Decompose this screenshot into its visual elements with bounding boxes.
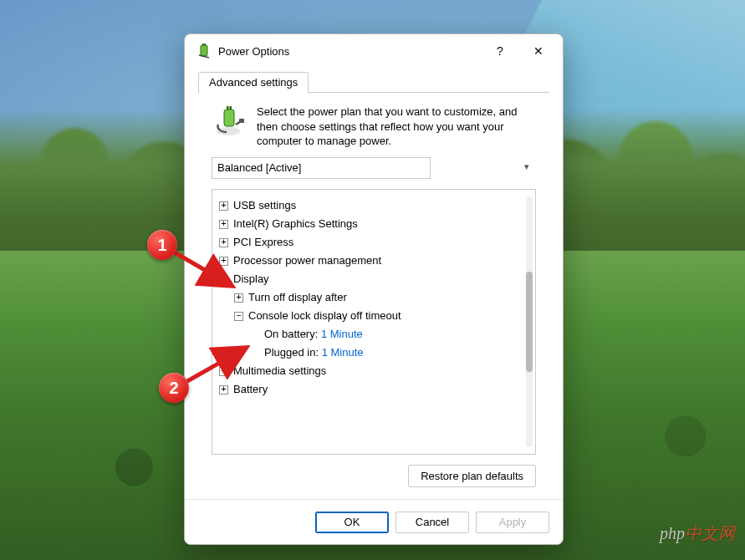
on-battery-label: On battery:: [264, 328, 321, 340]
settings-tree-box: USB settings Intel(R) Graphics Settings …: [212, 189, 536, 455]
tree-scrollbar-thumb[interactable]: [526, 272, 533, 372]
plugged-in-value[interactable]: 1 Minute: [322, 346, 364, 359]
close-button[interactable]: ✕: [519, 38, 558, 64]
annotation-callout-1: 1: [147, 230, 177, 260]
tree-node-battery[interactable]: Battery: [219, 380, 532, 399]
window-title: Power Options: [218, 45, 481, 58]
intro-row: Select the power plan that you want to c…: [212, 104, 536, 149]
annotation-callout-2: 2: [159, 373, 189, 403]
titlebar: Power Options ? ✕: [185, 34, 563, 68]
power-options-dialog: Power Options ? ✕ Advanced settings: [184, 33, 564, 545]
svg-rect-1: [202, 43, 204, 45]
tab-advanced-settings[interactable]: Advanced settings: [198, 72, 309, 94]
tree-node-intel-graphics[interactable]: Intel(R) Graphics Settings: [219, 215, 532, 233]
annotation-arrow-1: [167, 247, 236, 294]
tree-node-pci-express[interactable]: PCI Express: [219, 233, 532, 252]
power-plan-select[interactable]: Balanced [Active]: [212, 157, 431, 179]
restore-row: Restore plan defaults: [212, 465, 536, 487]
restore-defaults-button[interactable]: Restore plan defaults: [408, 465, 536, 487]
plugged-in-label: Plugged in:: [264, 346, 322, 359]
settings-tree: USB settings Intel(R) Graphics Settings …: [217, 196, 532, 399]
tree-node-multimedia[interactable]: Multimedia settings: [219, 362, 532, 380]
advanced-settings-panel: Select the power plan that you want to c…: [198, 93, 549, 499]
power-plan-select-wrap: Balanced [Active]: [212, 157, 536, 179]
tree-node-usb[interactable]: USB settings: [219, 196, 532, 215]
tree-node-console-lock-timeout[interactable]: Console lock display off timeout On batt…: [234, 307, 532, 362]
svg-rect-4: [224, 109, 234, 126]
dialog-footer: OK Cancel Apply: [185, 499, 563, 544]
expand-icon[interactable]: [219, 220, 228, 229]
tree-node-processor-power[interactable]: Processor power management: [219, 252, 532, 270]
tree-leaf-on-battery[interactable]: On battery: 1 Minute: [249, 325, 532, 344]
tree-node-turn-off-display[interactable]: Turn off display after: [234, 288, 532, 307]
cancel-button[interactable]: Cancel: [395, 512, 469, 533]
dialog-client-area: Advanced settings Select the power plan …: [185, 68, 563, 499]
svg-rect-5: [227, 106, 229, 109]
power-plan-icon: [212, 104, 245, 138]
apply-button[interactable]: Apply: [476, 512, 549, 533]
svg-rect-0: [201, 45, 207, 56]
tabstrip: Advanced settings: [198, 68, 549, 93]
expand-icon[interactable]: [219, 201, 228, 211]
power-options-icon: [196, 43, 212, 59]
tree-leaf-plugged-in[interactable]: Plugged in: 1 Minute: [249, 344, 532, 362]
watermark: php中文网: [660, 522, 735, 545]
svg-rect-2: [204, 43, 206, 45]
expand-icon[interactable]: [219, 238, 228, 247]
collapse-icon[interactable]: [234, 312, 243, 321]
expand-icon[interactable]: [234, 293, 243, 303]
ok-button[interactable]: OK: [315, 512, 389, 533]
annotation-arrow-2: [180, 344, 250, 389]
svg-rect-7: [239, 119, 244, 123]
tree-node-display[interactable]: Display Turn off display after Console l…: [219, 270, 532, 362]
intro-text: Select the power plan that you want to c…: [257, 104, 536, 149]
on-battery-value[interactable]: 1 Minute: [321, 328, 363, 340]
svg-rect-6: [230, 106, 232, 109]
help-button[interactable]: ?: [481, 38, 519, 64]
